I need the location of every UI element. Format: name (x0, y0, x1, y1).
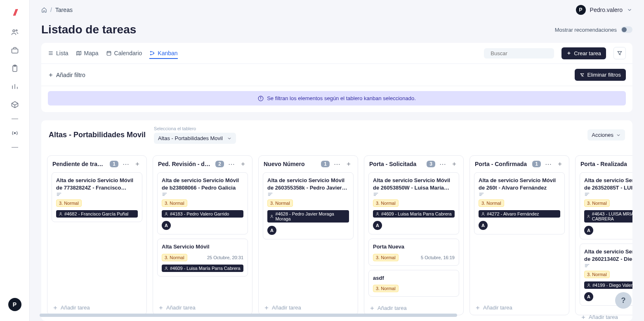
task-card[interactable]: asdf3. Normal (368, 270, 459, 297)
column-cards: Alta de servicio Servicio Móvil de 26053… (364, 172, 463, 301)
svg-rect-2 (12, 49, 18, 53)
filter-button[interactable] (613, 47, 626, 59)
map-icon (76, 50, 82, 56)
nav-package-icon[interactable] (11, 101, 19, 109)
add-task-button[interactable]: Añadir tarea (470, 300, 569, 315)
sidebar-user-avatar[interactable]: P (8, 298, 21, 311)
board-select[interactable]: Altas - Portabilidades Movil (154, 133, 236, 144)
board-title: Altas - Portabilidades Movil (49, 131, 146, 139)
column-title: Pendiente de tramita... (52, 161, 106, 167)
view-tab-mapa[interactable]: Mapa (76, 50, 99, 56)
button-label: Añadir tarea (377, 305, 407, 311)
button-label: Añadir tarea (483, 305, 512, 311)
card-title: Alta de servicio Servicio Móvil de 26035… (267, 177, 349, 191)
priority-chip: 3. Normal (479, 199, 504, 207)
task-card[interactable]: Alta de servicio Servicio Móvil de 26035… (263, 172, 354, 239)
search-input-wrapper[interactable] (484, 48, 554, 59)
task-card[interactable]: Alta de servicio Servicio Móvil de 260t … (474, 172, 565, 234)
description-icon (584, 263, 632, 267)
tab-label: Lista (56, 50, 68, 56)
card-timestamp: 5 Octubre, 16:19 (421, 255, 455, 260)
plus-icon (566, 51, 571, 56)
search-input[interactable] (491, 50, 560, 56)
priority-chip: 3. Normal (373, 285, 399, 292)
description-icon (373, 192, 455, 196)
column-title: Ped. Revisión - dato... (158, 161, 212, 167)
column-more-icon[interactable]: ⋯ (439, 160, 447, 168)
filter-row: Añadir filtro Eliminar filtros (41, 64, 632, 86)
funnel-icon (617, 50, 623, 56)
task-card[interactable]: Porta Nueva3. Normal5 Octubre, 16:19 (368, 239, 459, 266)
priority-chip: 3. Normal (584, 199, 610, 207)
column-more-icon[interactable]: ⋯ (544, 160, 552, 168)
recommendations-toggle[interactable]: Mostrar recomendaciones (555, 26, 632, 33)
actions-dropdown[interactable]: Acciones (587, 129, 625, 141)
column-header: Nuevo Número 1 ⋯ (259, 156, 358, 172)
main: / Tareas P Pedro.valero Listado de tarea… (30, 0, 644, 321)
button-label: Añadir tarea (61, 305, 90, 311)
add-task-button[interactable]: Añadir tarea (47, 300, 146, 315)
nav-contacts-icon[interactable] (11, 28, 19, 36)
svg-point-5 (14, 132, 15, 134)
column-cards: Alta de servicio Servicio Móvil de b2380… (153, 172, 252, 281)
column-add-icon[interactable] (556, 160, 564, 168)
view-tab-calendario[interactable]: Calendario (106, 50, 142, 56)
clear-filters-button[interactable]: Eliminar filtros (575, 69, 626, 81)
kanban-column: Ped. Revisión - dato... 2 ⋯ Alta de serv… (153, 155, 252, 315)
button-label: Eliminar filtros (587, 72, 621, 78)
column-add-icon[interactable] (344, 160, 353, 168)
task-card[interactable]: Alta Servicio Móvil3. Normal25 Octubre, … (157, 239, 248, 276)
add-task-button[interactable]: Añadir tarea (364, 301, 463, 315)
view-tab-kanban[interactable]: Kanban (149, 50, 177, 59)
description-icon (162, 192, 243, 196)
svg-point-25 (261, 97, 261, 97)
assignee-avatar: A (162, 221, 171, 230)
nav-clipboard-icon[interactable] (11, 64, 19, 73)
column-header: Porta - Solicitada 3 ⋯ (364, 156, 463, 172)
task-card[interactable]: Alta de servicio Servicio Móvil de 77382… (52, 172, 142, 222)
column-more-icon[interactable]: ⋯ (122, 160, 130, 168)
nav-briefcase-icon[interactable] (11, 46, 19, 54)
add-filter-button[interactable]: Añadir filtro (48, 72, 85, 78)
breadcrumb-current[interactable]: Tareas (55, 7, 73, 13)
kanban-column: Porta - Realizada 2 Alta de servicio Ser… (575, 155, 632, 315)
help-button[interactable]: ? (615, 292, 632, 309)
assignee-chip: #4609 - Luisa María Parra Cabrera (373, 210, 455, 218)
column-more-icon[interactable]: ⋯ (333, 160, 341, 168)
column-cards: Alta de servicio Servicio Móvil de 77382… (47, 172, 146, 226)
assignee-avatar: A (267, 226, 276, 235)
scrollbar-thumb[interactable] (40, 314, 457, 317)
column-more-icon[interactable]: ⋯ (227, 160, 236, 168)
create-task-button[interactable]: Crear tarea (561, 47, 606, 59)
toggle-switch[interactable] (621, 26, 632, 33)
task-card[interactable]: Alta de servicio Servicio Móvil de 26053… (368, 172, 459, 234)
horizontal-scrollbar[interactable] (40, 314, 636, 317)
info-text: Se filtran los elementos según el tabler… (267, 95, 416, 101)
nav-chart-icon[interactable] (11, 82, 19, 91)
chevron-down-icon (227, 136, 232, 141)
card-title: Porta Nueva (373, 243, 455, 251)
column-header: Porta - Confirmada 1 ⋯ (470, 156, 569, 172)
nav-broadcast-icon[interactable] (11, 129, 19, 137)
column-add-icon[interactable] (133, 160, 142, 168)
view-tab-lista[interactable]: Lista (48, 50, 68, 56)
app-logo: // (13, 7, 16, 18)
column-add-icon[interactable] (450, 160, 458, 168)
task-card[interactable]: Alta de servicio Servicio Móvil de b2380… (157, 172, 248, 234)
nav-divider (12, 119, 18, 119)
add-task-button[interactable]: Añadir tarea (153, 300, 252, 315)
kanban-column: Porta - Confirmada 1 ⋯ Alta de servicio … (469, 155, 569, 315)
assignee-chip: #4643 - LUISA MRIA PARRA CABRERA (584, 210, 632, 223)
column-header: Pendiente de tramita... 1 ⋯ (47, 156, 146, 172)
column-add-icon[interactable] (239, 160, 247, 168)
svg-point-39 (165, 213, 167, 214)
add-task-button[interactable]: Añadir tarea (259, 300, 358, 315)
priority-chip: 3. Normal (373, 199, 399, 207)
page-title: Listado de tareas (41, 23, 136, 36)
user-menu[interactable]: P Pedro.valero (576, 5, 632, 15)
home-icon[interactable] (41, 7, 47, 13)
calendar-icon (106, 50, 112, 56)
svg-point-76 (588, 284, 589, 285)
task-card[interactable]: Alta de servicio Servicio Móvil de 26352… (580, 172, 632, 239)
description-icon (267, 192, 349, 196)
